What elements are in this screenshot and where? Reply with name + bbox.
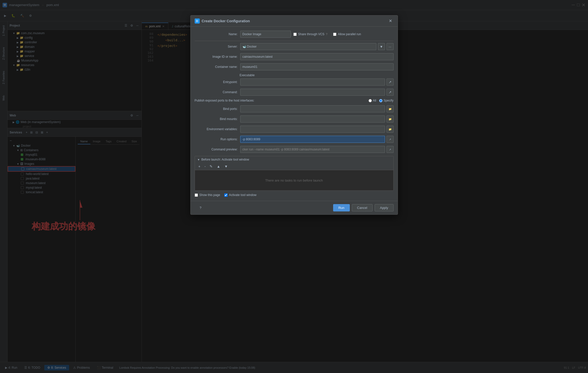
bind-mounts-row: Bind mounts: 📁 (195, 115, 394, 123)
server-label: Server: (195, 45, 238, 48)
run-options-label: Run options: (195, 138, 238, 141)
publish-ports-options: All Specify (369, 99, 394, 102)
command-preview-label: Command preview: (195, 148, 238, 151)
server-select[interactable]: 🐋 Docker (240, 43, 376, 50)
share-vcs-label: Share through VCS ? (293, 32, 328, 36)
server-more-btn[interactable]: ··· (387, 43, 394, 50)
specify-label: Specify (383, 99, 393, 102)
activate-tool-window-text: Activate tool window (229, 193, 257, 197)
activate-tool-window-label: Activate tool window (224, 193, 257, 197)
share-vcs-checkbox[interactable] (293, 33, 297, 36)
command-label: Command: (195, 90, 238, 94)
allow-parallel-label: Allow parallel run (333, 32, 361, 36)
bind-ports-row: Bind ports: 📁 (195, 105, 394, 112)
modal-title: Create Docker Configuration (202, 19, 385, 23)
bind-mounts-label: Bind mounts: (195, 117, 238, 121)
run-options-input[interactable] (240, 136, 385, 143)
modal-close-btn[interactable]: ✕ (387, 18, 394, 24)
bind-ports-input[interactable] (240, 105, 385, 112)
command-input-container: ↗ (240, 89, 394, 96)
bind-mounts-input[interactable] (240, 115, 385, 123)
entrypoint-label: Entrypoint: (195, 80, 238, 84)
modal-footer: ? Run Cancel Apply (191, 201, 398, 214)
modal-apply-btn[interactable]: Apply (375, 204, 394, 211)
all-radio[interactable] (369, 99, 372, 102)
command-preview-row: Command preview: ↗ (195, 146, 394, 153)
entrypoint-input[interactable] (240, 78, 385, 86)
modal-help-btn[interactable]: ? (195, 204, 207, 211)
modal-body: Name: Share through VCS ? Allow parallel… (191, 27, 398, 201)
name-row: Name: Share through VCS ? Allow parallel… (195, 31, 394, 38)
activate-tool-window-checkbox[interactable] (224, 193, 228, 197)
bind-ports-label: Bind ports: (195, 107, 238, 111)
before-launch-section: ▼ Before launch: Activate tool window + … (195, 156, 394, 191)
env-vars-row: Environment variables: 📁 (195, 126, 394, 133)
run-options-expand-btn[interactable]: ↗ (387, 136, 394, 143)
all-label: All (373, 99, 376, 102)
container-name-row: Container name: (195, 63, 394, 70)
server-select-container: 🐋 Docker ▼ ··· (240, 43, 394, 50)
modal-overlay: D Create Docker Configuration ✕ Name: Sh… (0, 0, 588, 373)
show-this-page-text: Show this page (199, 193, 220, 197)
env-vars-input[interactable] (240, 126, 385, 133)
server-dropdown-btn[interactable]: ▼ (378, 43, 385, 50)
image-id-label: Image ID or name: (195, 55, 238, 58)
publish-ports-label: Publish exposed ports to the host interf… (195, 99, 281, 102)
entrypoint-expand-btn[interactable]: ↗ (387, 78, 394, 86)
before-launch-empty-msg: There are no tasks to run before launch (265, 179, 323, 182)
modal-cancel-btn[interactable]: Cancel (352, 204, 373, 211)
before-launch-edit-btn[interactable]: ✎ (208, 164, 214, 169)
all-radio-label: All (369, 99, 376, 102)
before-launch-up-btn[interactable]: ▲ (215, 164, 222, 169)
before-launch-toolbar: + - ✎ ▲ ▼ (195, 163, 393, 170)
command-input[interactable] (240, 89, 385, 96)
image-id-row: Image ID or name: (195, 53, 394, 60)
name-input[interactable] (240, 31, 291, 38)
show-this-page-checkbox[interactable] (195, 193, 198, 197)
run-options-row: Run options: ↗ (195, 136, 394, 143)
command-preview-input-row: ↗ (240, 146, 394, 153)
server-row: Server: 🐋 Docker ▼ ··· (195, 43, 394, 50)
name-label: Name: (195, 32, 238, 36)
env-vars-label: Environment variables: (195, 127, 238, 131)
bind-ports-input-row: 📁 (240, 105, 394, 112)
before-launch-body: There are no tasks to run before launch (195, 170, 393, 190)
modal-run-btn[interactable]: Run (333, 204, 350, 211)
command-row: Command: ↗ (195, 89, 394, 96)
executable-section: Executable Entrypoint: ↗ Command: ↗ (195, 73, 394, 96)
bind-mounts-browse-btn[interactable]: 📁 (387, 115, 394, 123)
allow-parallel-checkbox[interactable] (333, 33, 336, 36)
env-vars-input-row: 📁 (240, 126, 394, 133)
executable-label: Executable (195, 73, 394, 77)
entrypoint-input-container: ↗ (240, 78, 394, 86)
before-launch-header[interactable]: ▼ Before launch: Activate tool window (195, 156, 393, 163)
image-id-input[interactable] (240, 53, 394, 60)
publish-ports-row: Publish exposed ports to the host interf… (195, 99, 394, 102)
specify-radio[interactable] (379, 99, 382, 102)
before-launch-add-btn[interactable]: + (197, 164, 202, 169)
container-name-label: Container name: (195, 65, 238, 69)
command-preview-expand-btn[interactable]: ↗ (387, 146, 394, 153)
divider (195, 41, 394, 41)
bind-mounts-input-row: 📁 (240, 115, 394, 123)
container-name-input[interactable] (240, 63, 394, 70)
before-launch-remove-btn[interactable]: - (203, 164, 207, 169)
modal-title-bar: D Create Docker Configuration ✕ (191, 15, 398, 27)
specify-radio-label: Specify (379, 99, 393, 102)
before-launch-collapse-icon: ▼ (197, 158, 200, 161)
help-icon: ? (326, 33, 328, 36)
command-expand-btn[interactable]: ↗ (387, 89, 394, 96)
show-this-page-label: Show this page (195, 193, 220, 197)
modal-docker-icon: D (195, 18, 200, 24)
env-vars-browse-btn[interactable]: 📁 (387, 126, 394, 133)
run-options-input-row: ↗ (240, 136, 394, 143)
bind-ports-browse-btn[interactable]: 📁 (387, 105, 394, 112)
command-preview-input[interactable] (240, 146, 385, 153)
entrypoint-row: Entrypoint: ↗ (195, 78, 394, 86)
before-launch-title: Before launch: Activate tool window (201, 158, 249, 161)
create-docker-config-modal: D Create Docker Configuration ✕ Name: Sh… (190, 15, 398, 215)
before-launch-down-btn[interactable]: ▼ (223, 164, 229, 169)
bottom-checkboxes: Show this page Activate tool window (195, 193, 394, 197)
